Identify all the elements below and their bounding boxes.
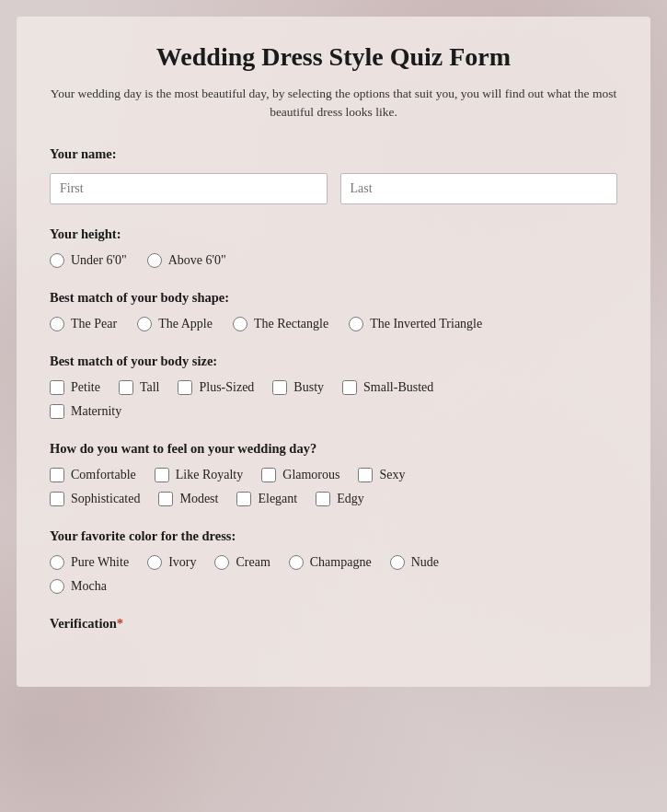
height-label: Your height: [50, 226, 617, 242]
feel-sexy[interactable]: Sexy [358, 468, 405, 482]
color-champagne[interactable]: Champagne [289, 555, 372, 570]
feeling-row2: Sophisticated Modest Elegant Edgy [50, 492, 617, 506]
size-check-tall[interactable] [119, 380, 133, 395]
feel-check-edgy[interactable] [316, 492, 330, 506]
form-container: Wedding Dress Style Quiz Form Your weddi… [17, 17, 650, 687]
feeling-options: Comfortable Like Royalty Glamorous Sexy [50, 468, 617, 506]
shape-pear-label: The Pear [71, 317, 117, 331]
feel-elegant-label: Elegant [258, 492, 297, 506]
color-pure-white[interactable]: Pure White [50, 555, 129, 570]
form-description: Your wedding day is the most beautiful d… [50, 85, 617, 122]
feel-royalty-label: Like Royalty [176, 468, 244, 482]
color-mocha[interactable]: Mocha [50, 579, 107, 594]
color-nude-label: Nude [411, 555, 439, 570]
color-champagne-label: Champagne [310, 555, 372, 570]
color-nude[interactable]: Nude [390, 555, 439, 570]
height-radio-above[interactable] [147, 253, 162, 268]
shape-radio-apple[interactable] [137, 317, 152, 331]
shape-radio-inverted[interactable] [349, 317, 363, 331]
height-section: Your height: Under 6'0" Above 6'0" [50, 226, 617, 268]
size-check-busty[interactable] [272, 380, 287, 395]
name-label: Your name: [50, 146, 617, 162]
color-section: Your favorite color for the dress: Pure … [50, 528, 617, 594]
color-radio-mocha[interactable] [50, 579, 64, 594]
last-name-input[interactable] [340, 173, 618, 204]
size-petite[interactable]: Petite [50, 380, 100, 395]
color-mocha-label: Mocha [71, 579, 107, 594]
color-ivory-label: Ivory [168, 555, 196, 570]
feel-edgy[interactable]: Edgy [316, 492, 364, 506]
feeling-row1: Comfortable Like Royalty Glamorous Sexy [50, 468, 617, 482]
color-cream[interactable]: Cream [214, 555, 270, 570]
size-small-busted-label: Small-Busted [363, 380, 433, 395]
feel-check-sexy[interactable] [358, 468, 373, 482]
size-plus-label: Plus-Sized [199, 380, 254, 395]
shape-rectangle[interactable]: The Rectangle [233, 317, 328, 331]
shape-rectangle-label: The Rectangle [254, 317, 328, 331]
name-row [50, 173, 617, 204]
feel-comfortable[interactable]: Comfortable [50, 468, 136, 482]
color-pure-white-label: Pure White [71, 555, 129, 570]
body-size-row1: Petite Tall Plus-Sized Busty Small-Buste… [50, 380, 617, 395]
color-radio-champagne[interactable] [289, 555, 304, 570]
size-plus-sized[interactable]: Plus-Sized [178, 380, 254, 395]
height-radio-under[interactable] [50, 253, 64, 268]
feel-sophisticated[interactable]: Sophisticated [50, 492, 140, 506]
feel-check-royalty[interactable] [155, 468, 169, 482]
height-option-under[interactable]: Under 6'0" [50, 253, 127, 268]
feel-glamorous-label: Glamorous [282, 468, 339, 482]
body-size-row2: Maternity [50, 404, 617, 419]
feel-sophisticated-label: Sophisticated [71, 492, 140, 506]
size-check-maternity[interactable] [50, 404, 64, 419]
first-name-input[interactable] [50, 173, 328, 204]
shape-radio-rectangle[interactable] [233, 317, 247, 331]
feel-edgy-label: Edgy [337, 492, 364, 506]
size-check-petite[interactable] [50, 380, 64, 395]
size-tall[interactable]: Tall [119, 380, 160, 395]
height-under-label: Under 6'0" [71, 253, 127, 268]
feel-check-comfortable[interactable] [50, 468, 64, 482]
shape-radio-pear[interactable] [50, 317, 64, 331]
color-row1: Pure White Ivory Cream Champagne Nude [50, 555, 617, 570]
size-busty-label: Busty [293, 380, 324, 395]
feel-modest[interactable]: Modest [158, 492, 218, 506]
size-small-busted[interactable]: Small-Busted [342, 380, 433, 395]
height-options: Under 6'0" Above 6'0" [50, 253, 617, 268]
feel-glamorous[interactable]: Glamorous [261, 468, 339, 482]
size-check-plus[interactable] [178, 380, 192, 395]
size-busty[interactable]: Busty [272, 380, 324, 395]
feel-modest-label: Modest [179, 492, 218, 506]
form-title: Wedding Dress Style Quiz Form [50, 42, 617, 72]
height-option-above[interactable]: Above 6'0" [147, 253, 226, 268]
body-shape-options: The Pear The Apple The Rectangle The Inv… [50, 317, 617, 331]
body-size-label: Best match of your body size: [50, 354, 617, 369]
shape-inverted-triangle[interactable]: The Inverted Triangle [349, 317, 482, 331]
height-above-label: Above 6'0" [168, 253, 226, 268]
size-tall-label: Tall [140, 380, 160, 395]
feel-check-elegant[interactable] [236, 492, 251, 506]
color-ivory[interactable]: Ivory [147, 555, 196, 570]
color-radio-ivory[interactable] [147, 555, 162, 570]
color-label: Your favorite color for the dress: [50, 528, 617, 544]
color-row2: Mocha [50, 579, 617, 594]
shape-pear[interactable]: The Pear [50, 317, 117, 331]
verification-text: Verification [50, 616, 117, 631]
feel-check-sophisticated[interactable] [50, 492, 64, 506]
size-check-small-busted[interactable] [342, 380, 357, 395]
body-shape-label: Best match of your body shape: [50, 290, 617, 306]
color-radio-pure-white[interactable] [50, 555, 64, 570]
body-shape-section: Best match of your body shape: The Pear … [50, 290, 617, 331]
feeling-section: How do you want to feel on your wedding … [50, 441, 617, 506]
feel-check-glamorous[interactable] [261, 468, 276, 482]
feel-elegant[interactable]: Elegant [236, 492, 297, 506]
verification-section: Verification* [50, 616, 617, 632]
size-maternity[interactable]: Maternity [50, 404, 121, 419]
name-section: Your name: [50, 146, 617, 204]
color-radio-nude[interactable] [390, 555, 405, 570]
feel-check-modest[interactable] [158, 492, 173, 506]
size-maternity-label: Maternity [71, 404, 121, 419]
color-radio-cream[interactable] [214, 555, 229, 570]
color-cream-label: Cream [236, 555, 270, 570]
shape-apple[interactable]: The Apple [137, 317, 213, 331]
feel-royalty[interactable]: Like Royalty [155, 468, 244, 482]
